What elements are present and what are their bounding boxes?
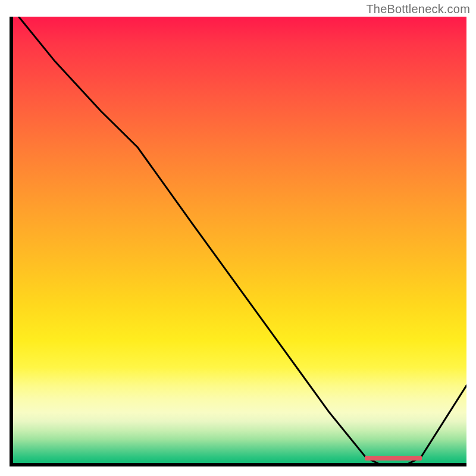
attribution-label: TheBottleneck.com	[366, 2, 470, 16]
optimal-range-marker	[366, 456, 421, 461]
plot-area	[10, 17, 466, 466]
gradient-background	[10, 17, 466, 466]
chart-container: TheBottleneck.com	[0, 0, 476, 476]
